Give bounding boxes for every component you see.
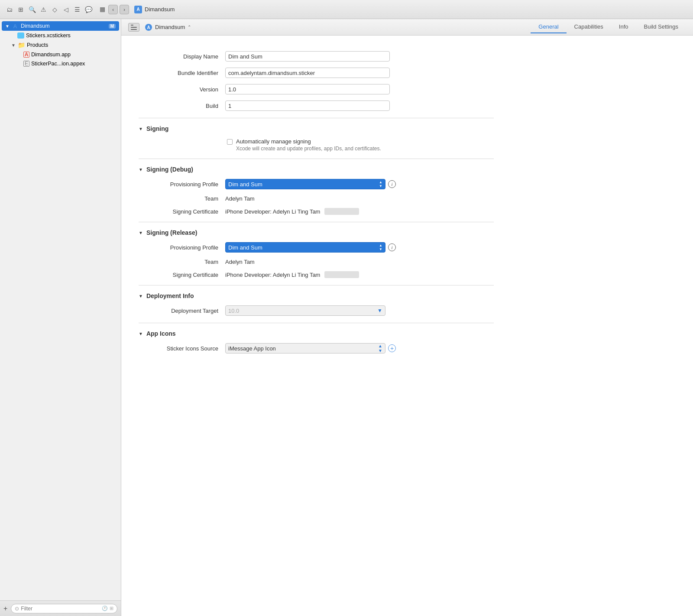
filter-options-icon[interactable]: ⊞ — [110, 606, 113, 611]
signing-header: ▼ Signing — [139, 125, 494, 132]
add-source-button[interactable]: + — [388, 344, 396, 352]
build-input[interactable] — [225, 101, 390, 111]
project-name-label: Dimandsum — [145, 6, 175, 13]
sidebar-item-stickers[interactable]: Stickers.xcstickers — [2, 31, 119, 40]
auto-signing-desc: Xcode will create and update profiles, a… — [236, 146, 381, 152]
arrow-up-2: ▲ — [379, 244, 382, 247]
release-prov-profile-wrap: Dim and Sum ▲ ▼ i — [225, 242, 396, 253]
deployment-header: ▼ Deployment Info — [139, 292, 494, 299]
content-area: A Dimandsum ⌃ General Capabilities Info … — [121, 19, 693, 616]
filter-circle-icon: ⊙ — [15, 606, 19, 612]
tab-info[interactable]: Info — [611, 21, 636, 33]
project-selector[interactable]: A Dimandsum ⌃ — [145, 23, 191, 31]
sidebar-products-label: Products — [27, 42, 48, 48]
sidebar-stickers-label: Stickers.xcstickers — [26, 32, 71, 39]
signing-debug-header: ▼ Signing (Debug) — [139, 166, 494, 173]
back-button[interactable]: ‹ — [108, 5, 118, 14]
sidebar-app-label: Dimandsum.app — [31, 52, 71, 58]
release-cert-wrap: iPhone Developer: Adelyn Li Ting Tam — [225, 271, 359, 278]
filter-input[interactable] — [21, 606, 100, 612]
nav-buttons: ▦ ‹ › — [98, 5, 129, 14]
deployment-target-label: Deployment Target — [139, 308, 225, 314]
signing-debug-title: Signing (Debug) — [146, 166, 193, 173]
debug-prov-info-button[interactable]: i — [388, 180, 396, 188]
layout-icon[interactable]: ▦ — [98, 5, 107, 13]
sticker-arrow-up: ▲ — [378, 344, 382, 348]
tab-build-settings[interactable]: Build Settings — [636, 21, 687, 33]
search-icon[interactable]: 🔍 — [28, 5, 36, 14]
sidebar-item-dimandsum[interactable]: ▼ A Dimandsum M — [2, 21, 119, 31]
folder-icon[interactable]: 🗂 — [5, 5, 14, 14]
release-prov-info-button[interactable]: i — [388, 243, 396, 251]
app-icons-header: ▼ App Icons — [139, 330, 494, 337]
bubble-icon[interactable]: 💬 — [84, 5, 93, 14]
add-button[interactable]: + — [3, 605, 7, 612]
debug-cert-wrap: iPhone Developer: Adelyn Li Ting Tam — [225, 208, 359, 215]
debug-cert-badge — [324, 208, 359, 215]
build-control — [225, 101, 390, 111]
deployment-target-dropdown[interactable]: 10.0 ▼ — [225, 305, 385, 316]
window-controls: 🗂 ⊞ 🔍 ⚠ ◇ ◁ ☰ 💬 — [5, 5, 93, 14]
grid-icon[interactable]: ⊞ — [16, 5, 25, 14]
project-selector-chevron: ⌃ — [188, 25, 191, 29]
signing-debug-triangle: ▼ — [139, 167, 143, 172]
arrow-down-2: ▼ — [379, 248, 382, 251]
sticker-source-label: Sticker Icons Source — [139, 345, 225, 352]
release-prov-arrows: ▲ ▼ — [379, 244, 382, 251]
sticker-source-row: Sticker Icons Source iMessage App Icon ▲… — [139, 343, 494, 353]
version-input[interactable] — [225, 84, 390, 94]
sticker-source-value: iMessage App Icon — [228, 345, 376, 352]
bookmark-icon[interactable]: ◇ — [50, 5, 59, 14]
release-cert-row: Signing Certificate iPhone Developer: Ad… — [139, 271, 494, 278]
app-icons-triangle: ▼ — [139, 331, 143, 336]
breakpoint-icon[interactable]: ◁ — [62, 5, 70, 14]
toggle-line-2 — [131, 27, 137, 28]
bundle-id-input[interactable] — [225, 68, 390, 78]
version-label: Version — [139, 86, 225, 93]
auto-signing-checkbox[interactable] — [227, 139, 233, 145]
signing-title: Signing — [146, 125, 168, 132]
sticker-source-wrap: iMessage App Icon ▲ ▼ + — [225, 343, 396, 353]
signing-release-triangle: ▼ — [139, 230, 143, 235]
build-label: Build — [139, 103, 225, 109]
clock-icon[interactable]: 🕐 — [102, 606, 108, 611]
sticker-source-dropdown[interactable]: iMessage App Icon ▲ ▼ — [225, 343, 385, 353]
release-team-value: Adelyn Tam — [225, 259, 255, 265]
debug-prov-profile-dropdown[interactable]: Dim and Sum ▲ ▼ — [225, 179, 385, 189]
deployment-target-value: 10.0 — [228, 308, 376, 314]
bundle-id-row: Bundle Identifier — [139, 68, 494, 78]
release-prov-profile-dropdown[interactable]: Dim and Sum ▲ ▼ — [225, 242, 385, 253]
debug-prov-profile-row: Provisioning Profile Dim and Sum ▲ ▼ i — [139, 179, 494, 189]
sidebar: ▼ A Dimandsum M Stickers.xcstickers ▼ 📁 … — [0, 19, 121, 616]
sidebar-item-dimandsum-app[interactable]: A Dimandsum.app — [2, 50, 119, 59]
display-name-row: Display Name — [139, 51, 494, 62]
warning-icon[interactable]: ⚠ — [39, 5, 48, 14]
sidebar-toggle-button[interactable] — [128, 23, 139, 32]
display-name-input[interactable] — [225, 51, 390, 62]
toggle-line-3 — [131, 29, 137, 30]
sidebar-item-products[interactable]: ▼ 📁 Products — [2, 40, 119, 50]
project-selector-icon: A — [145, 23, 152, 31]
bundle-id-control — [225, 68, 390, 78]
list-icon[interactable]: ☰ — [73, 5, 81, 14]
display-name-control — [225, 51, 390, 62]
release-team-label: Team — [139, 259, 225, 265]
signing-release-header: ▼ Signing (Release) — [139, 229, 494, 236]
forward-button[interactable]: › — [120, 5, 129, 14]
bundle-id-label: Bundle Identifier — [139, 70, 225, 76]
release-team-row: Team Adelyn Tam — [139, 259, 494, 265]
tab-general[interactable]: General — [531, 21, 566, 33]
release-cert-value: iPhone Developer: Adelyn Li Ting Tam — [225, 272, 320, 278]
tree-arrow-root: ▼ — [5, 24, 11, 29]
display-name-label: Display Name — [139, 53, 225, 60]
tab-capabilities[interactable]: Capabilities — [567, 21, 611, 33]
project-file-icon: A — [11, 23, 19, 29]
filter-box: ⊙ 🕐 ⊞ — [11, 604, 117, 613]
debug-team-row: Team Adelyn Tam — [139, 195, 494, 202]
sidebar-item-stickerpac[interactable]: E StickerPac...ion.appex — [2, 59, 119, 68]
debug-prov-profile-label: Provisioning Profile — [139, 181, 225, 188]
app-icons-title: App Icons — [146, 330, 176, 337]
file-tree: ▼ A Dimandsum M Stickers.xcstickers ▼ 📁 … — [0, 19, 121, 600]
version-row: Version — [139, 84, 494, 94]
deployment-target-row: Deployment Target 10.0 ▼ — [139, 305, 494, 316]
